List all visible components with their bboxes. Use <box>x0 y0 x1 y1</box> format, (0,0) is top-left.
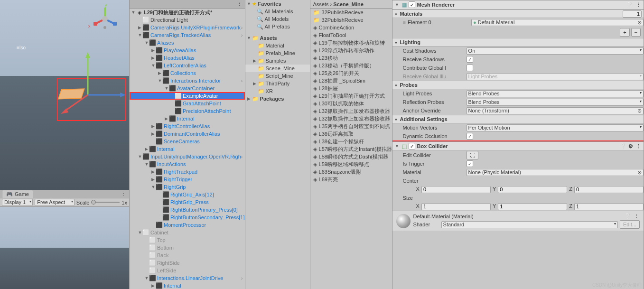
hierarchy-item[interactable]: ⬛CameraRigs.TrackedAlias› <box>130 31 245 39</box>
packages-header[interactable]: 📁 Packages <box>245 95 310 103</box>
center-z-input[interactable] <box>574 186 644 193</box>
is-trigger-checkbox[interactable] <box>467 160 473 167</box>
breadcrumb[interactable]: Assets › Scene_Mine <box>310 0 392 9</box>
hierarchy-item[interactable]: ⬛GrabAttachPoint <box>130 100 245 107</box>
game-tab[interactable]: 🎮Game <box>2 190 33 198</box>
dynamic-occlusion-checkbox[interactable] <box>467 133 473 140</box>
material-preview-header[interactable]: Default-Material (Material)❔⋮ Shader Sta… <box>392 211 644 231</box>
remove-material-button[interactable]: − <box>631 28 641 37</box>
size-y-input[interactable] <box>498 203 567 210</box>
project-folders[interactable]: ★ Favorites 🔍 All Materials 🔍 All Models… <box>245 0 310 289</box>
scene-asset[interactable]: ◈L28抽屉 _SpicalSim <box>310 77 392 84</box>
component-menu-icon[interactable]: ⋮ <box>635 2 642 8</box>
project-assets-list[interactable]: 📁32PublishRecieve📁32PublishRecieve◈Combi… <box>310 9 392 289</box>
hierarchy-item[interactable]: ⬛AvatarContainer <box>130 84 245 92</box>
hierarchy-item-disabled[interactable]: ⬜Back <box>130 252 245 259</box>
favorites-item[interactable]: 🔍 All Prefabs <box>245 23 310 30</box>
scene-asset[interactable]: ◈L32抓取操作上加发布器接收器 <box>310 107 392 115</box>
hierarchy-item-disabled[interactable]: ⬜Cabinet <box>130 229 245 236</box>
scene-asset[interactable]: ◈L32抓取操作上加发布器接收器 <box>310 115 392 122</box>
favorites-header[interactable]: ★ Favorites <box>245 0 310 8</box>
hierarchy-item[interactable]: ⬛RightGrip_Press <box>130 198 245 206</box>
scene-asset[interactable]: ◈L58瞬移的方式之Dash(模拟器 <box>310 153 392 160</box>
hierarchy-item-disabled[interactable]: ⬜Top <box>130 236 245 244</box>
materials-header[interactable]: Materials <box>392 9 644 18</box>
hierarchy-item[interactable]: ⬛Input.UnityInputManager.OpenVR.Righ› <box>130 153 245 160</box>
display-dropdown[interactable]: Display 1 <box>2 199 33 206</box>
edit-collider-button[interactable]: ⛶ <box>467 151 478 159</box>
scene-root[interactable]: ◈L29门和抽屉的正确打开方式* <box>130 9 245 16</box>
hierarchy-item[interactable]: ⬛RightTrackpad <box>130 168 245 176</box>
scene-asset[interactable]: ◈L25及26门的开关 <box>310 69 392 77</box>
scene-asset[interactable]: ◈L30可以抓取的物体 <box>310 100 392 107</box>
component-menu-icon[interactable]: ⋮ <box>635 143 642 149</box>
receive-shadows-checkbox[interactable] <box>467 56 473 63</box>
breadcrumb-item[interactable]: Assets <box>313 1 329 7</box>
scene-asset[interactable]: ◈L36远距离抓取 <box>310 130 392 138</box>
scene-asset[interactable]: ◈L23移动（手柄插件版） <box>310 62 392 69</box>
hierarchy-item[interactable]: ⬛Collections <box>130 69 245 77</box>
scene-asset[interactable]: ◈FloatToBool <box>310 31 392 39</box>
scene-asset[interactable]: ◈L59瞬移区域和瞬移点 <box>310 160 392 168</box>
probes-header[interactable]: Probes <box>392 81 644 89</box>
contribute-gi-checkbox[interactable] <box>467 65 473 71</box>
hierarchy-item[interactable]: ⬛InputActions <box>130 160 245 168</box>
scene-asset[interactable]: ◈L63Snapzone吸附 <box>310 168 392 176</box>
object-picker-icon[interactable]: ⊙ <box>637 169 642 176</box>
hierarchy-item[interactable]: ⬛RightTrigger <box>130 176 245 183</box>
scene-asset[interactable]: ◈L23移动 <box>310 54 392 62</box>
preset-icon[interactable]: ⚙ <box>628 143 633 149</box>
shader-edit-button[interactable]: Edit... <box>620 220 640 229</box>
transform-gizmo-icon[interactable] <box>52 47 138 128</box>
material-menu-icon[interactable]: ⋮ <box>633 213 640 219</box>
hierarchy-item[interactable]: ⬛Interactions.Interactor› <box>130 77 245 84</box>
center-x-input[interactable] <box>421 186 491 193</box>
folder-item[interactable]: 📁 Script_Mine <box>245 72 310 80</box>
scene-asset[interactable]: ◈L20浮点动作转布尔动作 <box>310 47 392 54</box>
hierarchy-item[interactable]: ⬛Aliases <box>130 39 245 47</box>
scene-asset[interactable]: ◈CombineAction <box>310 24 392 31</box>
size-z-input[interactable] <box>574 203 644 210</box>
favorites-item[interactable]: 🔍 All Models <box>245 15 310 23</box>
light-probes-dropdown[interactable]: Blend Probes <box>467 90 644 97</box>
hierarchy-item[interactable]: ⬛PlayAreaAlias <box>130 47 245 54</box>
help-icon[interactable]: ❔ <box>626 2 633 8</box>
favorites-item[interactable]: 🔍 All Materials <box>245 8 310 15</box>
hierarchy-item-selected[interactable]: ⬜ExampleAvatar <box>130 92 245 100</box>
lighting-header[interactable]: Lighting <box>392 38 644 47</box>
hierarchy-item[interactable]: ⬛Internal <box>130 282 245 289</box>
scene-asset[interactable]: ◈L57瞬移的方式之Instant(模拟器 <box>310 145 392 153</box>
object-picker-icon[interactable]: ⊙ <box>637 19 642 26</box>
hierarchy-item[interactable]: ⬛MomentProcessor <box>130 221 245 229</box>
scene-asset[interactable]: ◈L38创建一个操纵杆 <box>310 138 392 145</box>
folder-item[interactable]: 📁 Prefab_Mine <box>245 49 310 57</box>
game-preview[interactable] <box>0 207 129 289</box>
assets-header[interactable]: 📁 Assets <box>245 34 310 42</box>
box-collider-header[interactable]: ⬚ Box Collider ❔⚙⋮ <box>392 141 644 151</box>
folder-item-selected[interactable]: 📁 Scene_Mine <box>245 65 310 72</box>
shader-dropdown[interactable]: Standard <box>441 221 618 228</box>
folder-item[interactable]: 📁 Samples <box>245 57 310 65</box>
hierarchy-item[interactable]: ⬛LeftControllerAlias <box>130 62 245 69</box>
hierarchy-item[interactable]: ⬛PrecisionAttachPoint <box>130 107 245 115</box>
game-menu-icon[interactable]: ⋮ <box>121 191 127 197</box>
hierarchy-item[interactable]: ⬛SceneCameras <box>130 138 245 145</box>
materials-size-input[interactable] <box>623 10 642 18</box>
hierarchy-tree[interactable]: ◈L29门和抽屉的正确打开方式* ⬜Directional Light ⬛Cam… <box>130 9 245 289</box>
hierarchy-item[interactable]: ⬛Interactions.LinearJointDrive› <box>130 274 245 282</box>
aspect-dropdown[interactable]: Free Aspect <box>35 199 75 206</box>
help-icon[interactable]: ❔ <box>620 143 626 149</box>
hierarchy-menu-icon[interactable]: ⋮ <box>236 1 243 7</box>
hierarchy-item[interactable]: ⬛RightButtonSecondary_Press[1] <box>130 214 245 221</box>
folder-item[interactable]: 📁 Material <box>245 42 310 49</box>
scene-view[interactable]: y x ≡Iso <box>0 0 129 190</box>
folder-item[interactable]: 📁 XR <box>245 87 310 95</box>
drag-handle-icon[interactable]: ≡ <box>403 19 406 25</box>
hierarchy-item-disabled[interactable]: ⬜LeftSide <box>130 267 245 274</box>
cast-shadows-dropdown[interactable]: On <box>467 47 644 55</box>
component-enable-checkbox[interactable] <box>409 1 415 8</box>
hierarchy-item[interactable]: ⬛HeadsetAlias <box>130 54 245 62</box>
scene-asset[interactable]: ◈L35两手柄各自对应宝剑不同抓 <box>310 122 392 130</box>
scene-asset[interactable]: 📁32PublishRecieve <box>310 9 392 16</box>
center-y-input[interactable] <box>498 186 567 193</box>
